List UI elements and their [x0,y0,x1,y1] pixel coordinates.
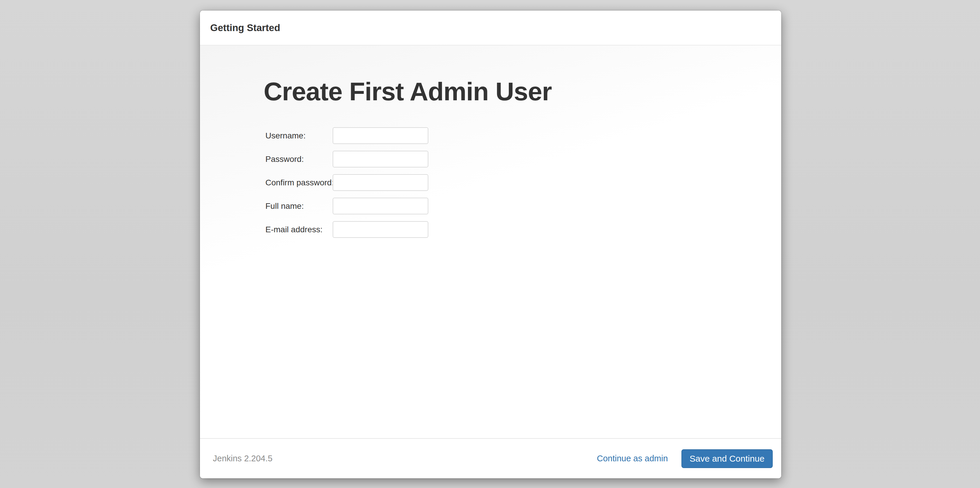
email-input[interactable] [332,221,428,238]
dialog-header: Getting Started [200,11,781,46]
dialog-header-title: Getting Started [210,22,280,33]
save-and-continue-button[interactable]: Save and Continue [681,449,773,468]
create-admin-form: Username: Password: Confirm password: Fu… [266,127,781,238]
continue-as-admin-link[interactable]: Continue as admin [597,454,668,463]
email-label: E-mail address: [266,225,332,234]
desktop-background: { "dialog": { "header": { "title": "Gett… [0,0,980,488]
username-input[interactable] [332,127,428,144]
dialog-footer: Jenkins 2.204.5 Continue as admin Save a… [200,438,781,478]
page-title: Create First Admin User [264,76,781,106]
confirm-password-label: Confirm password: [266,178,332,187]
full-name-input[interactable] [332,198,428,214]
password-label: Password: [266,155,332,164]
username-label: Username: [266,131,332,141]
jenkins-version-text: Jenkins 2.204.5 [213,454,272,463]
full-name-label: Full name: [266,201,332,211]
password-input[interactable] [332,151,428,168]
setup-wizard-dialog: Getting Started Create First Admin User … [200,11,781,478]
dialog-content: Create First Admin User Username: Passwo… [200,46,781,438]
confirm-password-input[interactable] [332,174,428,191]
